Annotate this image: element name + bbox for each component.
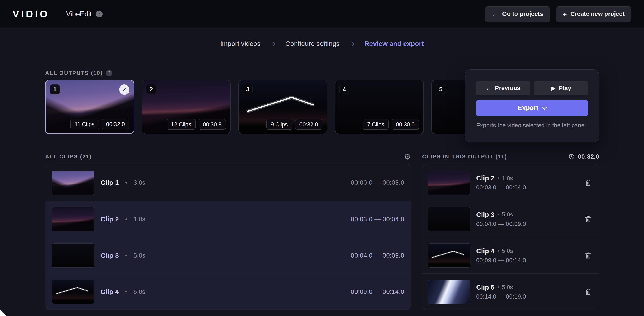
duration-badge: 00:32.0 bbox=[102, 119, 129, 129]
clip-time-range: 00:00.0 — 00:03.0 bbox=[351, 179, 404, 186]
previous-label: Previous bbox=[495, 85, 520, 92]
delete-clip-button[interactable] bbox=[583, 250, 594, 261]
clip-thumbnail bbox=[428, 280, 470, 304]
clip-time-range: 00:04.0 — 00:09.0 bbox=[476, 220, 526, 227]
clip-time-range: 00:04.0 — 00:09.0 bbox=[351, 252, 404, 259]
clip-count-badge: 12 Clips bbox=[167, 119, 195, 130]
clip-time-range: 00:09.0 — 00:14.0 bbox=[476, 257, 526, 264]
action-panel: ← Previous ▶ Play Export Exports the vid… bbox=[464, 70, 600, 142]
go-to-projects-button[interactable]: ← Go to projects bbox=[485, 7, 550, 22]
clip-time-range: 00:14.0 — 00:19.0 bbox=[476, 293, 526, 300]
duration-badge: 00:30.8 bbox=[199, 119, 226, 130]
output-number-badge: 5 bbox=[436, 84, 446, 94]
output-clip-row-2[interactable]: Clip 3 • 5.0s 00:04.0 — 00:09.0 bbox=[422, 201, 599, 237]
output-number-badge: 2 bbox=[146, 84, 156, 94]
gear-icon[interactable]: ⚙ bbox=[404, 153, 411, 160]
output-number-badge: 3 bbox=[243, 84, 253, 94]
output-clips-list: Clip 2 • 1.0s 00:03.0 — 00:04.0 Clip 3 •… bbox=[422, 164, 599, 310]
clip-duration: 5.0s bbox=[502, 247, 513, 254]
clip-row-4[interactable]: Clip 4 • 5.0s 00:09.0 — 00:14.0 bbox=[46, 273, 410, 310]
clip-time-range: 00:03.0 — 00:04.0 bbox=[476, 184, 526, 191]
step-import-videos[interactable]: Import videos bbox=[220, 40, 260, 48]
bullet-icon: • bbox=[125, 252, 127, 259]
check-icon: ✓ bbox=[119, 85, 130, 95]
clip-thumbnail bbox=[52, 171, 94, 195]
back-arrow-icon: ← bbox=[492, 11, 498, 18]
clip-duration: 3.0s bbox=[134, 179, 146, 186]
clip-count-badge: 7 Clips bbox=[363, 119, 388, 130]
bullet-icon: • bbox=[497, 284, 499, 291]
create-new-project-label: Create new project bbox=[570, 11, 624, 18]
clip-thumbnail bbox=[52, 280, 94, 304]
clip-count-badge: 9 Clips bbox=[266, 119, 292, 130]
divider bbox=[58, 9, 58, 19]
help-icon[interactable]: ? bbox=[106, 70, 112, 76]
play-button[interactable]: ▶ Play bbox=[534, 81, 588, 96]
output-clips-header: CLIPS IN THIS OUTPUT (11) 00:32.0 bbox=[422, 153, 599, 160]
clip-name: Clip 4 bbox=[100, 288, 119, 295]
export-label: Export bbox=[518, 104, 538, 112]
output-clip-row-4[interactable]: Clip 5 • 5.0s 00:14.0 — 00:19.0 bbox=[422, 273, 599, 310]
output-clip-row-3[interactable]: Clip 4 • 5.0s 00:09.0 — 00:14.0 bbox=[422, 237, 599, 273]
top-bar: VIDIO VibeEdit i ← Go to projects + Crea… bbox=[0, 0, 644, 28]
delete-clip-button[interactable] bbox=[583, 177, 594, 188]
bullet-icon: • bbox=[497, 175, 499, 182]
output-card-3[interactable]: 3 9 Clips 00:32.0 bbox=[238, 80, 327, 134]
app-logo: VIDIO bbox=[12, 9, 50, 20]
all-outputs-title: ALL OUTPUTS (10) bbox=[45, 70, 103, 76]
clip-name: Clip 1 bbox=[100, 179, 119, 186]
clip-thumbnail bbox=[52, 207, 94, 231]
delete-clip-button[interactable] bbox=[583, 214, 594, 225]
clip-name: Clip 2 bbox=[476, 174, 494, 182]
output-number-badge: 1 bbox=[50, 85, 60, 94]
trash-icon bbox=[584, 179, 592, 187]
plus-icon: + bbox=[563, 11, 567, 18]
clip-thumbnail bbox=[428, 171, 470, 195]
output-card-2[interactable]: 2 12 Clips 00:30.8 bbox=[142, 80, 231, 134]
output-card-1[interactable]: 1 ✓ 11 Clips 00:32.0 bbox=[45, 80, 134, 134]
clip-duration: 5.0s bbox=[134, 252, 146, 259]
chevron-right-icon bbox=[350, 42, 354, 46]
go-to-projects-label: Go to projects bbox=[502, 11, 543, 18]
bullet-icon: • bbox=[497, 211, 499, 218]
all-clips-list: Clip 1 • 3.0s 00:00.0 — 00:03.0 Clip 2 •… bbox=[45, 164, 411, 310]
clip-thumbnail bbox=[428, 243, 470, 268]
clip-thumbnail bbox=[428, 207, 470, 231]
step-review-and-export[interactable]: Review and export bbox=[364, 40, 424, 48]
info-icon[interactable]: i bbox=[96, 11, 102, 18]
all-clips-header: ALL CLIPS (21) ⚙ bbox=[45, 153, 411, 160]
clip-row-2[interactable]: Clip 2 • 1.0s 00:03.0 — 00:04.0 bbox=[46, 201, 410, 237]
clip-row-1[interactable]: Clip 1 • 3.0s 00:00.0 — 00:03.0 bbox=[46, 164, 410, 201]
clip-name: Clip 2 bbox=[100, 215, 119, 223]
duration-badge: 00:32.0 bbox=[295, 119, 322, 130]
play-icon: ▶ bbox=[551, 85, 555, 91]
cursor bbox=[0, 310, 7, 316]
clip-name: Clip 5 bbox=[476, 283, 494, 291]
clip-row-3[interactable]: Clip 3 • 5.0s 00:04.0 — 00:09.0 bbox=[46, 237, 410, 273]
all-outputs-heading: ALL OUTPUTS (10) ? bbox=[45, 70, 112, 76]
chevron-right-icon bbox=[270, 42, 275, 46]
clip-time-range: 00:03.0 — 00:04.0 bbox=[351, 216, 404, 223]
clip-count-badge: 11 Clips bbox=[70, 119, 98, 129]
previous-button[interactable]: ← Previous bbox=[476, 81, 530, 96]
output-clip-row-1[interactable]: Clip 2 • 1.0s 00:03.0 — 00:04.0 bbox=[422, 164, 599, 201]
all-clips-title: ALL CLIPS (21) bbox=[45, 154, 92, 160]
clip-duration: 1.0s bbox=[502, 175, 513, 182]
clip-name: Clip 3 bbox=[100, 252, 119, 259]
trash-icon bbox=[584, 251, 592, 259]
output-card-4[interactable]: 4 7 Clips 00:30.0 bbox=[335, 80, 424, 134]
chevron-down-icon bbox=[542, 105, 547, 109]
step-configure-settings[interactable]: Configure settings bbox=[286, 40, 340, 48]
breadcrumb: Import videos Configure settings Review … bbox=[0, 40, 644, 48]
create-new-project-button[interactable]: + Create new project bbox=[556, 7, 632, 22]
output-clips-title: CLIPS IN THIS OUTPUT (11) bbox=[422, 154, 507, 160]
clip-duration: 5.0s bbox=[134, 288, 146, 295]
delete-clip-button[interactable] bbox=[583, 286, 594, 297]
clock-icon bbox=[568, 154, 575, 160]
clip-duration: 5.0s bbox=[502, 211, 513, 218]
output-total-duration: 00:32.0 bbox=[578, 153, 599, 160]
output-number-badge: 4 bbox=[339, 84, 349, 94]
export-button[interactable]: Export bbox=[476, 100, 588, 116]
bullet-icon: • bbox=[497, 247, 499, 254]
play-label: Play bbox=[559, 85, 571, 92]
